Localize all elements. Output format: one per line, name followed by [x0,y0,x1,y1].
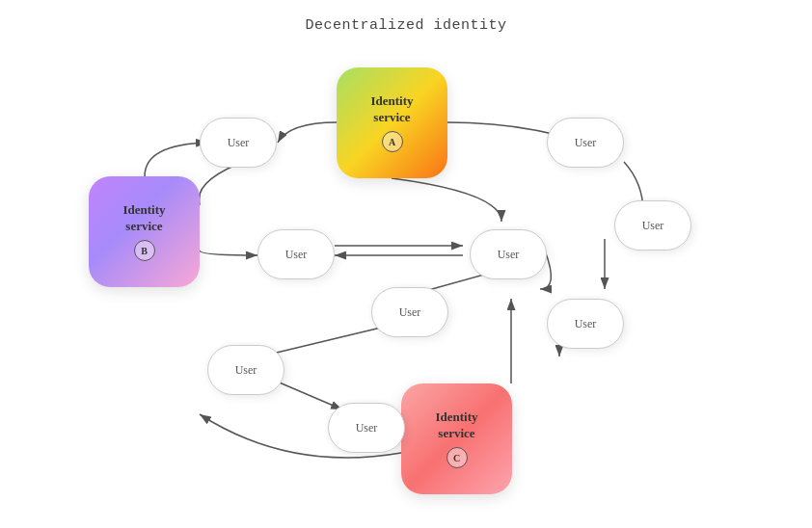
user-node-4: User [257,229,335,279]
identity-node-b: Identityservice B [89,176,200,287]
node-a-badge: A [382,131,403,152]
user-node-8: User [207,345,284,395]
node-a-label: Identityservice [370,93,413,126]
user-node-6: User [371,287,448,337]
user-node-3: User [614,200,691,251]
node-b-label: Identityservice [122,202,165,235]
user-node-9: User [328,403,405,453]
user-node-1: User [200,118,277,168]
user-node-2: User [547,118,624,168]
diagram-title: Decentralized identity [305,17,506,34]
identity-node-c: Identityservice C [401,383,512,494]
diagram-canvas: Decentralized identity [0,0,812,528]
identity-node-a: Identityservice A [337,67,447,178]
node-b-badge: B [134,240,155,261]
user-node-7: User [547,299,624,349]
node-c-badge: C [447,447,468,468]
node-c-label: Identityservice [435,409,477,442]
user-node-5: User [470,229,547,279]
